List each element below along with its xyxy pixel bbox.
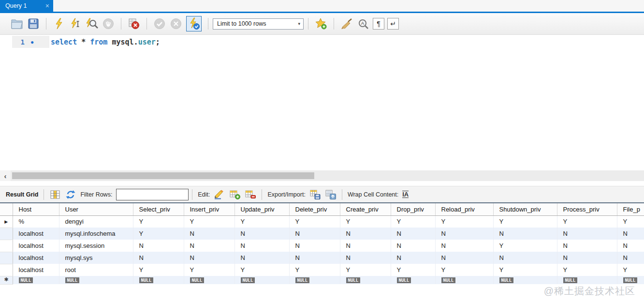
commit-icon[interactable] xyxy=(153,17,166,30)
table-cell[interactable]: localhost xyxy=(13,252,59,264)
save-icon[interactable] xyxy=(27,17,40,30)
table-cell[interactable]: N xyxy=(493,252,557,264)
table-cell[interactable]: N xyxy=(493,228,557,240)
table-cell[interactable]: N xyxy=(617,240,644,252)
beautify-icon[interactable] xyxy=(340,17,353,30)
refresh-icon[interactable] xyxy=(64,188,77,201)
table-cell[interactable]: N xyxy=(184,240,234,252)
execute-icon[interactable] xyxy=(52,17,66,30)
table-cell[interactable]: N xyxy=(234,228,289,240)
column-header[interactable]: User xyxy=(59,203,133,215)
row-selector[interactable] xyxy=(0,240,13,252)
stop-on-error-icon[interactable] xyxy=(127,17,141,30)
table-cell[interactable]: N xyxy=(391,252,435,264)
insert-row-icon[interactable] xyxy=(229,188,241,201)
table-cell[interactable]: Y xyxy=(289,215,340,228)
table-cell[interactable]: mysql.sys xyxy=(59,252,133,264)
column-header[interactable]: Host xyxy=(13,203,59,215)
table-cell[interactable]: dengyi xyxy=(59,215,133,228)
find-icon[interactable]: A xyxy=(356,17,370,30)
table-cell[interactable]: N xyxy=(617,252,644,264)
table-cell[interactable]: localhost xyxy=(13,240,59,252)
table-cell[interactable]: % xyxy=(13,215,59,228)
table-cell[interactable]: Y xyxy=(234,264,289,276)
sql-code-line[interactable]: select * from mysql. user ; xyxy=(51,36,160,48)
close-icon[interactable]: × xyxy=(45,2,49,9)
delete-row-icon[interactable] xyxy=(244,188,257,201)
column-header[interactable]: Delete_priv xyxy=(289,203,340,215)
row-selector[interactable] xyxy=(0,252,13,264)
table-cell[interactable]: mysql.session xyxy=(59,240,133,252)
edit-pencil-icon[interactable] xyxy=(213,188,226,201)
rollback-icon[interactable] xyxy=(169,17,183,30)
table-cell[interactable]: Y xyxy=(133,215,184,228)
table-cell[interactable]: NULL xyxy=(557,276,617,284)
table-cell[interactable]: N xyxy=(391,228,435,240)
table-cell[interactable]: Y xyxy=(435,215,493,228)
table-cell[interactable]: NULL xyxy=(435,276,493,284)
table-cell[interactable]: NULL xyxy=(391,276,435,284)
wrap-cell-icon[interactable]: IA xyxy=(402,191,409,198)
column-header[interactable]: File_p xyxy=(617,203,644,215)
grid-icon[interactable] xyxy=(49,188,61,201)
table-cell[interactable]: NULL xyxy=(234,276,289,284)
autocommit-toggle-icon[interactable] xyxy=(186,16,202,31)
column-header[interactable]: Insert_priv xyxy=(184,203,234,215)
table-cell[interactable]: Y xyxy=(617,215,644,228)
scrollbar-track[interactable] xyxy=(11,170,644,181)
table-cell[interactable]: N xyxy=(234,240,289,252)
row-selector[interactable] xyxy=(0,264,13,276)
table-cell[interactable]: Y xyxy=(391,264,435,276)
table-cell[interactable]: Y xyxy=(184,215,234,228)
table-cell[interactable]: Y xyxy=(557,215,617,228)
export-icon[interactable] xyxy=(309,188,322,201)
explain-icon[interactable] xyxy=(85,17,99,30)
table-cell[interactable]: localhost xyxy=(13,264,59,276)
tab-query-1[interactable]: Query 1 × xyxy=(0,0,53,12)
filter-rows-input[interactable] xyxy=(116,189,189,200)
table-cell[interactable]: N xyxy=(184,228,234,240)
stop-icon[interactable] xyxy=(102,17,115,30)
table-cell[interactable]: NULL xyxy=(13,276,59,284)
table-cell[interactable]: N xyxy=(340,252,391,264)
open-file-icon[interactable] xyxy=(10,17,24,30)
column-header[interactable]: Create_priv xyxy=(340,203,391,215)
limit-rows-dropdown[interactable]: Limit to 1000 rows ▾ xyxy=(213,18,304,30)
table-cell[interactable]: Y xyxy=(493,264,557,276)
new-row-marker[interactable]: ✱ xyxy=(0,276,13,284)
table-cell[interactable]: N xyxy=(391,240,435,252)
table-cell[interactable]: Y xyxy=(391,215,435,228)
wrap-text-icon[interactable]: ↵ xyxy=(387,18,399,30)
table-cell[interactable]: NULL xyxy=(289,276,340,284)
table-cell[interactable]: N xyxy=(435,240,493,252)
table-cell[interactable]: N xyxy=(557,228,617,240)
show-invisibles-icon[interactable]: ¶ xyxy=(373,18,384,30)
table-cell[interactable]: NULL xyxy=(59,276,133,284)
table-cell[interactable]: N xyxy=(557,252,617,264)
table-cell[interactable]: Y xyxy=(435,264,493,276)
table-cell[interactable]: N xyxy=(340,228,391,240)
scrollbar-thumb[interactable] xyxy=(12,172,314,179)
table-cell[interactable]: Y xyxy=(493,215,557,228)
table-cell[interactable]: N xyxy=(617,228,644,240)
table-cell[interactable]: Y xyxy=(557,264,617,276)
table-cell[interactable]: N xyxy=(289,240,340,252)
table-cell[interactable]: Y xyxy=(234,215,289,228)
table-cell[interactable]: root xyxy=(59,264,133,276)
table-cell[interactable]: mysql.infoschema xyxy=(59,228,133,240)
column-header[interactable]: Reload_priv xyxy=(435,203,493,215)
row-selector[interactable]: ▶ xyxy=(0,215,13,228)
column-header[interactable]: Shutdown_priv xyxy=(493,203,557,215)
table-cell[interactable]: Y xyxy=(289,264,340,276)
column-header[interactable]: Update_priv xyxy=(234,203,289,215)
table-cell[interactable]: N xyxy=(435,228,493,240)
table-cell[interactable]: Y xyxy=(133,228,184,240)
table-cell[interactable]: Y xyxy=(184,264,234,276)
table-cell[interactable]: N xyxy=(184,252,234,264)
import-icon[interactable] xyxy=(324,188,337,201)
table-cell[interactable]: N xyxy=(234,252,289,264)
table-cell[interactable]: Y xyxy=(340,215,391,228)
table-cell[interactable]: N xyxy=(289,252,340,264)
table-cell[interactable]: N xyxy=(289,228,340,240)
table-cell[interactable]: localhost xyxy=(13,228,59,240)
